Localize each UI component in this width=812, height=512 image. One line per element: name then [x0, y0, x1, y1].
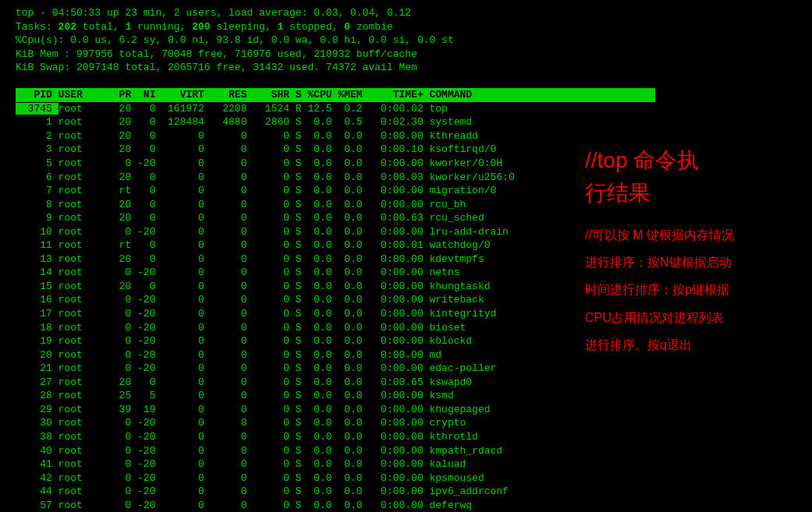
process-row[interactable]: 38 root 0 -20 0 0 0 S 0.0 0.0 0:00.00 kt… — [16, 430, 796, 444]
top-summary-mem: KiB Mem : 997956 total, 70048 free, 7169… — [16, 48, 796, 62]
annotation-line: //可以按 M 键根据内存情况 — [585, 221, 734, 249]
process-row[interactable]: 41 root 0 -20 0 0 0 S 0.0 0.0 0:00.00 ka… — [16, 457, 796, 471]
process-row-selected[interactable]: 3745 root 20 0 161972 2208 1524 R 12.5 0… — [16, 102, 796, 116]
process-row[interactable]: 30 root 0 -20 0 0 0 S 0.0 0.0 0:00.00 cr… — [16, 416, 796, 430]
process-row[interactable]: 28 root 25 5 0 0 0 S 0.0 0.0 0:00.00 ksm… — [16, 389, 796, 403]
blank-line — [16, 75, 796, 89]
annotation-line: CPU占用情况对进程列表 — [585, 304, 734, 331]
process-row[interactable]: 21 root 0 -20 0 0 0 S 0.0 0.0 0:00.00 ed… — [16, 362, 796, 376]
process-row[interactable]: 42 root 0 -20 0 0 0 S 0.0 0.0 0:00.00 kp… — [16, 471, 796, 486]
top-summary-uptime: top - 04:50:33 up 23 min, 2 users, load … — [16, 6, 796, 20]
annotation-line: 时间进行排序；按p键根据 — [585, 276, 734, 303]
top-summary-cpu: %Cpu(s): 0.0 us, 6.2 sy, 0.0 ni, 93.8 id… — [16, 34, 796, 48]
process-row[interactable]: 1 root 20 0 128484 4880 2860 S 0.0 0.5 0… — [16, 115, 796, 129]
process-row[interactable]: 27 root 20 0 0 0 0 S 0.0 0.0 0:00.65 ksw… — [16, 376, 796, 390]
process-row[interactable]: 57 root 0 -20 0 0 0 S 0.0 0.0 0:00.00 de… — [16, 499, 796, 512]
annotation-line: 进行排序。按q退出 — [585, 331, 734, 358]
process-row[interactable]: 2 root 20 0 0 0 0 S 0.0 0.0 0:00.00 kthr… — [16, 129, 796, 143]
top-summary-tasks: Tasks: 202 total, 1 running, 200 sleepin… — [16, 20, 796, 34]
top-summary-swap: KiB Swap: 2097148 total, 2065716 free, 3… — [16, 61, 796, 75]
annotation-overlay: //top 命令执 行结果 //可以按 M 键根据内存情况 进行排序；按N键根据… — [585, 144, 734, 358]
process-table-header: PID USER PR NI VIRT RES SHR S %CPU %MEM … — [16, 88, 655, 102]
annotation-title: //top 命令执 行结果 — [585, 144, 734, 210]
annotation-line: 进行排序；按N键根据启动 — [585, 249, 734, 276]
process-row[interactable]: 29 root 39 19 0 0 0 S 0.0 0.0 0:00.00 kh… — [16, 403, 796, 417]
process-row[interactable]: 44 root 0 -20 0 0 0 S 0.0 0.0 0:00.00 ip… — [16, 485, 796, 499]
process-row[interactable]: 40 root 0 -20 0 0 0 S 0.0 0.0 0:00.00 km… — [16, 444, 796, 458]
